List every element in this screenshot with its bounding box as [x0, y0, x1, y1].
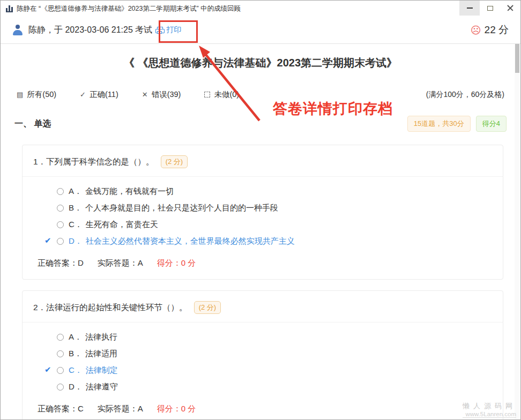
filter-undone[interactable]: 未做(0) — [204, 89, 239, 100]
printer-icon — [155, 27, 163, 34]
score-value: 22 分 — [485, 23, 509, 37]
filter-all[interactable]: ▤ 所有(50) — [17, 89, 56, 100]
option-letter: D． — [69, 236, 83, 246]
option-text: 法律遵守 — [86, 382, 118, 392]
option-letter: A． — [69, 332, 82, 342]
maximize-icon — [487, 6, 493, 11]
radio-icon[interactable] — [57, 367, 64, 374]
user-exam-info: 陈静，于 2023-03-06 21:25 考试 — [28, 25, 152, 36]
question-2-title: 2．法律运行的起始性和关键性环节（）。 — [33, 302, 188, 313]
radio-icon[interactable] — [57, 334, 64, 341]
dashed-square-icon — [204, 92, 210, 98]
total-score: ☹ 22 分 — [471, 23, 509, 37]
option-c-correct[interactable]: ✔ C． 法律制定 — [57, 365, 490, 376]
option-letter: B． — [69, 349, 82, 359]
exam-review-content: 《 《思想道德修养与法律基础》2023第二学期期末考试》 ▤ 所有(50) ✓ … — [1, 56, 520, 420]
filter-wrong[interactable]: ✕ 错误(39) — [142, 89, 181, 100]
option-letter: C． — [69, 365, 83, 376]
scrollbar-thumb[interactable] — [515, 44, 519, 73]
cross-icon: ✕ — [142, 91, 148, 98]
option-text: 金钱万能，有钱就有一切 — [85, 186, 174, 197]
correct-check-icon: ✔ — [44, 365, 51, 374]
watermark-url: www.5Lanren.com — [463, 411, 516, 418]
option-d-correct[interactable]: ✔ D． 社会主义必然代替资本主义，全世界最终必然实现共产主义 — [57, 236, 490, 246]
question-1-header: 1．下列属于科学信念的是（）。 (2 分) — [23, 145, 503, 177]
question-1-options: A． 金钱万能，有钱就有一切 B． 个人本身就是目的，社会只是达到个人目的的一种… — [23, 177, 503, 254]
bar-chart-icon — [6, 5, 13, 12]
option-text: 生死有命，富贵在天 — [86, 220, 158, 230]
question-2-answer-row: 正确答案：C 实际答题：A 得分：0 分 — [23, 400, 503, 420]
close-icon — [507, 5, 513, 11]
print-label: 打印 — [166, 25, 181, 35]
option-letter: D． — [69, 382, 83, 392]
window-controls — [459, 1, 520, 17]
minimize-button[interactable] — [459, 1, 480, 16]
option-b[interactable]: B． 个人本身就是目的，社会只是达到个人目的的一种手段 — [57, 203, 490, 213]
question-2-options: A． 法律执行 B． 法律适用 ✔ C． 法律制定 D． 法律遵守 — [23, 322, 503, 400]
filter-all-label: 所有(50) — [27, 89, 56, 100]
grid-icon: ▤ — [17, 91, 23, 98]
grade-review-window: { "titlebar": { "title": "陈静在 “《思想道德修养与法… — [0, 0, 521, 420]
question-card-2: 2．法律运行的起始性和关键性环节（）。 (2 分) A． 法律执行 B． 法律适… — [22, 290, 503, 420]
option-b[interactable]: B． 法律适用 — [57, 349, 490, 359]
maximize-button[interactable] — [480, 1, 500, 16]
radio-icon[interactable] — [57, 350, 64, 357]
radio-icon[interactable] — [57, 384, 64, 391]
section-row: 一、 单选 15道题，共30分 得分4 — [1, 116, 520, 132]
sad-face-icon: ☹ — [471, 25, 481, 35]
question-2-points-badge: (2 分) — [194, 301, 221, 314]
question-2-header: 2．法律运行的起始性和关键性环节（）。 (2 分) — [23, 291, 503, 322]
watermark-name: 懒人源码网 — [463, 401, 516, 411]
scrollbar-track[interactable] — [515, 44, 520, 419]
user-avatar-icon — [12, 25, 23, 35]
question-score: 得分：0 分 — [157, 404, 196, 414]
radio-icon[interactable] — [57, 205, 64, 212]
close-button[interactable] — [500, 1, 520, 16]
correct-answer: 正确答案：C — [38, 404, 84, 414]
option-text: 社会主义必然代替资本主义，全世界最终必然实现共产主义 — [86, 236, 295, 246]
option-a[interactable]: A． 法律执行 — [57, 332, 490, 342]
option-text: 法律执行 — [85, 332, 117, 342]
option-c[interactable]: C． 生死有命，富贵在天 — [57, 220, 490, 230]
radio-icon[interactable] — [57, 188, 64, 195]
question-card-1: 1．下列属于科学信念的是（）。 (2 分) A． 金钱万能，有钱就有一切 B． … — [22, 145, 503, 280]
section-score-badge: 得分4 — [476, 116, 507, 132]
actual-answer: 实际答题：A — [98, 404, 143, 414]
section-badges: 15道题，共30分 得分4 — [407, 116, 507, 132]
window-title: 陈静在 “《思想道德修养与法律基础》2023第二学期期末考试” 中的成绩回顾 — [17, 4, 459, 13]
filter-correct-label: 正确(11) — [90, 89, 118, 100]
correct-check-icon: ✔ — [44, 236, 51, 245]
titlebar: 陈静在 “《思想道德修养与法律基础》2023第二学期期末考试” 中的成绩回顾 — [1, 1, 520, 17]
option-letter: C． — [69, 220, 83, 230]
option-text: 法律适用 — [85, 349, 117, 359]
option-text: 法律制定 — [86, 365, 118, 376]
print-button[interactable]: 打印 — [155, 25, 181, 35]
option-letter: A． — [69, 186, 82, 197]
review-header: 陈静，于 2023-03-06 21:25 考试 打印 ☹ 22 分 — [1, 17, 520, 43]
score-rule: (满分100分，60分及格) — [426, 90, 504, 100]
radio-icon[interactable] — [57, 238, 64, 245]
option-d[interactable]: D． 法律遵守 — [57, 382, 490, 392]
question-score: 得分：0 分 — [157, 258, 196, 268]
minimize-icon — [467, 8, 473, 9]
question-1-points-badge: (2 分) — [161, 155, 188, 168]
exam-title: 《 《思想道德修养与法律基础》2023第二学期期末考试》 — [1, 56, 520, 70]
actual-answer: 实际答题：A — [98, 258, 143, 268]
filter-correct[interactable]: ✓ 正确(11) — [80, 89, 118, 100]
annotation-note: 答卷详情打印存档 — [273, 99, 393, 118]
filter-undone-label: 未做(0) — [214, 89, 239, 100]
check-icon: ✓ — [80, 91, 86, 98]
filter-wrong-label: 错误(39) — [152, 89, 181, 100]
watermark: 懒人源码网 www.5Lanren.com — [463, 401, 516, 418]
correct-answer: 正确答案：D — [38, 258, 84, 268]
header-divider — [1, 43, 520, 44]
section-title: 一、 单选 — [14, 118, 51, 130]
question-1-title: 1．下列属于科学信念的是（）。 — [33, 156, 154, 168]
question-1-answer-row: 正确答案：D 实际答题：A 得分：0 分 — [23, 254, 503, 279]
radio-icon[interactable] — [57, 221, 64, 228]
option-letter: B． — [69, 203, 82, 213]
section-count-badge: 15道题，共30分 — [407, 116, 471, 132]
filter-row: ▤ 所有(50) ✓ 正确(11) ✕ 错误(39) 未做(0) (满分100分… — [1, 89, 520, 100]
option-a[interactable]: A． 金钱万能，有钱就有一切 — [57, 186, 490, 197]
option-text: 个人本身就是目的，社会只是达到个人目的的一种手段 — [85, 203, 278, 213]
